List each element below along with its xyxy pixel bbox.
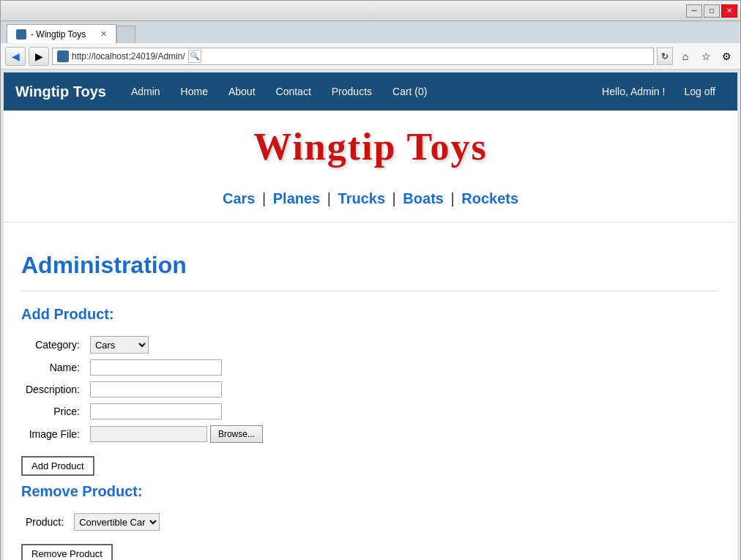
add-product-section: Add Product: Category: Cars Planes Truck… [21,306,720,483]
nav-contact[interactable]: Contact [266,72,321,111]
category-select[interactable]: Cars Planes Trucks Boats Rockets [90,336,149,354]
nav-admin[interactable]: Admin [121,72,171,111]
title-bar: ─ □ ✕ [1,1,740,21]
top-divider [4,222,737,223]
url-search-button[interactable]: 🔍 [188,50,201,63]
remove-product-title: Remove Product: [21,483,720,500]
product-select[interactable]: Convertible Car Plane Truck Boat Rocket [74,513,160,531]
sep-3: | [388,190,400,206]
site-logo-title: Wingtip Toys [4,111,737,176]
navbar-brand[interactable]: Wingtip Toys [15,83,106,100]
add-product-title: Add Product: [21,306,720,323]
sep-2: | [323,190,335,206]
site-favicon [57,51,69,62]
tab-bar: - Wingtip Toys ✕ [1,21,740,43]
logoff-link[interactable]: Log off [674,72,726,111]
name-row: Name: [21,356,267,378]
maximize-button[interactable]: □ [704,4,720,18]
address-bar: ◀ ▶ http://localhost:24019/Admin/ 🔍 ↻ ⌂ … [1,43,740,70]
close-button[interactable]: ✕ [721,4,737,18]
file-input-container: Browse... [90,425,263,443]
nav-links: Admin Home About Contact Products Cart (… [121,72,602,111]
nav-right: Hello, Admin ! Log off [602,72,726,111]
browser-window: ─ □ ✕ - Wingtip Toys ✕ ◀ ▶ http://localh… [0,0,741,560]
category-boats[interactable]: Boats [403,190,444,206]
browse-button[interactable]: Browse... [210,425,263,443]
price-input[interactable] [90,403,222,419]
inactive-tab[interactable] [116,26,135,43]
description-input[interactable] [90,381,222,397]
nav-about[interactable]: About [218,72,266,111]
tab-title: - Wingtip Toys [31,29,86,40]
price-label: Price: [21,400,86,422]
remove-product-button[interactable]: Remove Product [21,544,113,560]
favorites-icon[interactable]: ☆ [696,47,715,66]
back-button[interactable]: ◀ [5,47,26,66]
minimize-button[interactable]: ─ [686,4,702,18]
add-product-form: Category: Cars Planes Trucks Boats Rocke… [21,333,267,446]
category-label: Category: [21,333,86,356]
category-cars[interactable]: Cars [223,190,255,206]
toolbar-icons: ⌂ ☆ ⚙ [676,47,736,66]
nav-home[interactable]: Home [171,72,218,111]
tab-close-button[interactable]: ✕ [100,29,107,39]
home-icon[interactable]: ⌂ [676,47,695,66]
sep-1: | [258,190,269,206]
image-row: Image File: Browse... [21,422,267,446]
window-controls: ─ □ ✕ [686,4,737,18]
nav-products[interactable]: Products [321,72,382,111]
category-planes[interactable]: Planes [273,190,320,206]
category-trucks[interactable]: Trucks [338,190,385,206]
url-box[interactable]: http://localhost:24019/Admin/ 🔍 [52,48,654,65]
product-label: Product: [21,510,70,534]
settings-icon[interactable]: ⚙ [717,47,736,66]
active-tab[interactable]: - Wingtip Toys ✕ [7,24,116,43]
tab-favicon [16,29,26,40]
category-nav: Cars | Planes | Trucks | Boats | Rockets [4,176,737,214]
file-input-display [90,426,207,442]
description-label: Description: [21,378,86,400]
forward-button[interactable]: ▶ [29,47,49,66]
description-row: Description: [21,378,267,400]
sep-4: | [447,190,458,206]
remove-product-section: Remove Product: Product: Convertible Car… [21,483,720,560]
name-label: Name: [21,356,86,378]
product-row: Product: Convertible Car Plane Truck Boa… [21,510,164,534]
remove-product-form: Product: Convertible Car Plane Truck Boa… [21,510,164,534]
main-content: Administration Add Product: Category: Ca… [4,237,737,560]
nav-cart[interactable]: Cart (0) [382,72,437,111]
page-content: Wingtip Toys Admin Home About Contact Pr… [4,72,737,560]
navbar: Wingtip Toys Admin Home About Contact Pr… [4,72,737,111]
url-text: http://localhost:24019/Admin/ [72,51,185,61]
hello-text: Hello, Admin ! [602,86,665,97]
refresh-button[interactable]: ↻ [657,48,673,65]
title-divider [21,291,720,291]
add-product-button[interactable]: Add Product [21,456,94,476]
category-row: Category: Cars Planes Trucks Boats Rocke… [21,333,267,356]
category-rockets[interactable]: Rockets [461,190,518,206]
page-title: Administration [21,252,720,279]
image-label: Image File: [21,422,86,446]
price-row: Price: [21,400,267,422]
name-input[interactable] [90,359,222,376]
